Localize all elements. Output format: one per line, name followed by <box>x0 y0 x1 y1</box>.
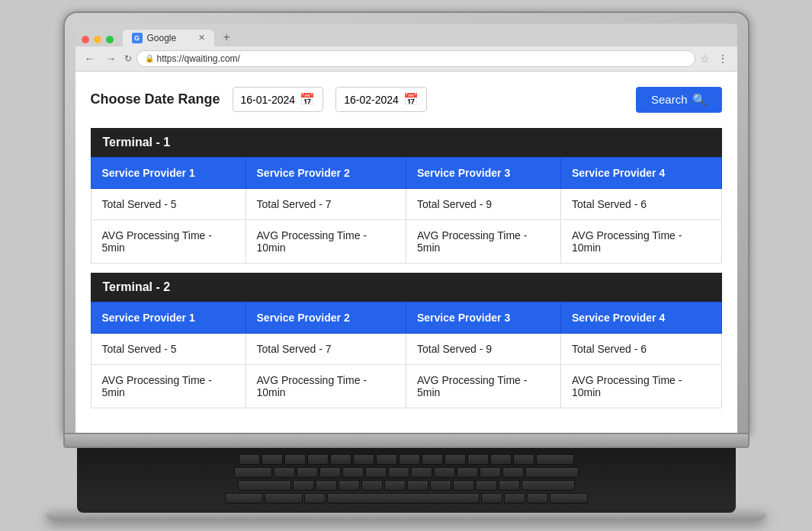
laptop-wrapper: G Google ✕ + ← → ↻ 🔒 https://qwaiting.co… <box>63 11 749 520</box>
key <box>304 493 326 504</box>
key <box>430 480 451 491</box>
provider-header-2-3: Service Provider 3 <box>406 302 560 333</box>
key <box>262 454 283 465</box>
total-served-2-1: Total Served - 5 <box>91 333 246 364</box>
key <box>365 467 387 478</box>
provider-header-2-1: Service Provider 1 <box>91 302 246 333</box>
key <box>265 493 303 504</box>
avg-time-2-2: AVG Processing Time - 10min <box>246 364 406 408</box>
start-date-calendar-icon: 📅 <box>300 92 315 107</box>
key <box>225 493 263 504</box>
terminal-section-1: Terminal - 1Service Provider 1Service Pr… <box>91 128 722 264</box>
back-button[interactable]: ← <box>82 51 98 66</box>
avg-time-2-4: AVG Processing Time - 10min <box>561 364 722 408</box>
key <box>550 493 588 504</box>
browser-chrome: G Google ✕ + ← → ↻ 🔒 https://qwaiting.co… <box>75 24 737 433</box>
avg-time-2-1: AVG Processing Time - 5min <box>91 364 246 408</box>
address-bar[interactable]: 🔒 https://qwaiting.com/ <box>136 50 695 67</box>
keyboard-rows <box>86 454 727 504</box>
total-served-1-2: Total Served - 7 <box>246 188 406 219</box>
total-served-2-3: Total Served - 9 <box>406 333 560 364</box>
laptop-bottom-base <box>46 513 766 520</box>
keyboard-row-3 <box>86 480 727 491</box>
tab-close-btn[interactable]: ✕ <box>198 33 205 43</box>
terminal-header-2: Terminal - 2 <box>91 273 722 302</box>
key <box>234 467 272 478</box>
key <box>457 467 478 478</box>
key <box>399 454 420 465</box>
terminals-container: Terminal - 1Service Provider 1Service Pr… <box>91 128 722 408</box>
bookmark-button[interactable]: ☆ <box>700 53 710 65</box>
key <box>499 480 520 491</box>
key <box>284 454 306 465</box>
browser-content: Choose Date Range 16-01-2024 📅 16-02-202… <box>75 72 737 433</box>
provider-header-1-2: Service Provider 2 <box>246 157 406 188</box>
key <box>422 454 443 465</box>
key <box>307 454 329 465</box>
tabbar-left <box>82 33 120 46</box>
key <box>445 454 466 465</box>
menu-button[interactable]: ⋮ <box>714 51 731 66</box>
forward-button[interactable]: → <box>103 51 120 66</box>
key <box>274 467 295 478</box>
terminal-header-1: Terminal - 1 <box>91 128 722 157</box>
provider-header-2-4: Service Provider 4 <box>561 302 722 333</box>
avg-time-1-3: AVG Processing Time - 5min <box>406 219 560 263</box>
key <box>384 480 406 491</box>
end-date-value: 16-02-2024 <box>344 94 399 106</box>
provider-header-1-3: Service Provider 3 <box>406 157 560 188</box>
total-served-2-2: Total Served - 7 <box>246 333 406 364</box>
new-tab-button[interactable]: + <box>217 28 236 46</box>
url-text: https://qwaiting.com/ <box>157 53 240 64</box>
key <box>467 454 489 465</box>
key <box>504 493 525 504</box>
total-served-2-4: Total Served - 6 <box>561 333 722 364</box>
keyboard-row-2 <box>86 467 727 478</box>
start-date-input[interactable]: 16-01-2024 📅 <box>233 87 324 112</box>
provider-header-1-1: Service Provider 1 <box>91 157 246 188</box>
laptop-keyboard <box>77 448 736 513</box>
search-button-label: Search <box>651 93 688 106</box>
refresh-button[interactable]: ↻ <box>124 53 132 64</box>
browser-toolbar: ← → ↻ 🔒 https://qwaiting.com/ ☆ ⋮ <box>75 46 737 72</box>
key <box>339 480 360 491</box>
key <box>316 480 337 491</box>
tab-favicon: G <box>132 33 143 43</box>
key <box>481 493 502 504</box>
end-date-input[interactable]: 16-02-2024 📅 <box>335 87 427 112</box>
key <box>238 480 291 491</box>
providers-table-2: Service Provider 1Service Provider 2Serv… <box>91 302 722 408</box>
key <box>239 454 260 465</box>
traffic-lights <box>82 33 114 46</box>
keyboard-row-space <box>86 493 727 504</box>
key <box>480 467 501 478</box>
keyboard-row-1 <box>86 454 727 465</box>
maximize-traffic-light[interactable] <box>106 36 114 43</box>
key <box>353 454 374 465</box>
laptop-screen: G Google ✕ + ← → ↻ 🔒 https://qwaiting.co… <box>63 11 749 434</box>
key <box>527 493 548 504</box>
key <box>536 454 574 465</box>
browser-tabbar: G Google ✕ + <box>75 24 737 46</box>
terminal-section-2: Terminal - 2Service Provider 1Service Pr… <box>91 273 722 408</box>
end-date-calendar-icon: 📅 <box>403 92 419 107</box>
key <box>319 467 341 478</box>
key <box>407 480 428 491</box>
minimize-traffic-light[interactable] <box>94 36 101 43</box>
browser-tab-google[interactable]: G Google ✕ <box>123 30 214 46</box>
key <box>476 480 497 491</box>
laptop-base <box>63 434 749 448</box>
total-served-1-4: Total Served - 6 <box>561 188 722 219</box>
close-traffic-light[interactable] <box>82 36 89 43</box>
avg-time-1-2: AVG Processing Time - 10min <box>246 219 406 263</box>
key <box>376 454 397 465</box>
key <box>361 480 383 491</box>
search-icon: 🔍 <box>692 93 707 107</box>
start-date-value: 16-01-2024 <box>241 94 296 106</box>
provider-header-1-4: Service Provider 4 <box>561 157 722 188</box>
key <box>513 454 534 465</box>
key <box>522 480 575 491</box>
key <box>388 467 409 478</box>
avg-time-2-3: AVG Processing Time - 5min <box>406 364 560 408</box>
search-button[interactable]: Search 🔍 <box>636 87 722 113</box>
